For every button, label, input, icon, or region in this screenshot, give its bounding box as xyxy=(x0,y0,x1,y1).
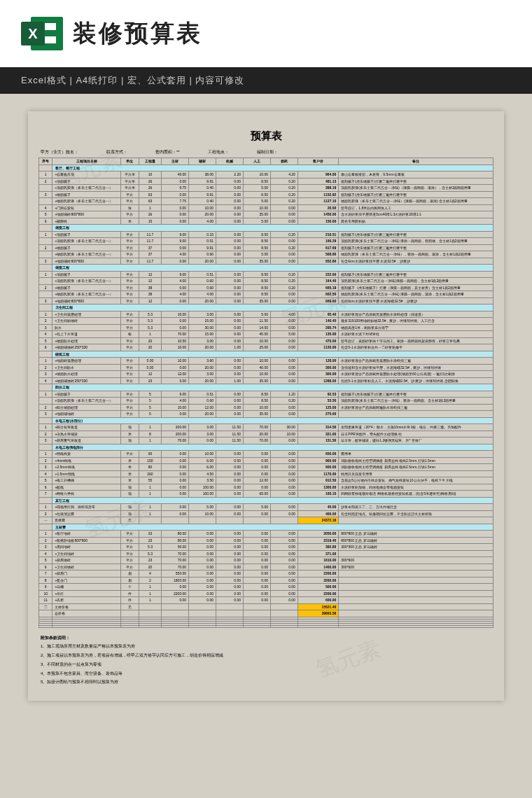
cell: 20.00 xyxy=(189,211,216,218)
cell: 398.19 xyxy=(298,185,338,192)
cell: 0.20 xyxy=(270,278,298,285)
cell: +顶面乳胶漆（多乐士第二代五合一） xyxy=(52,185,120,192)
cell: 275.00 xyxy=(298,411,338,418)
cell: 0.00 xyxy=(216,557,244,564)
cell: 0.00 xyxy=(216,411,244,418)
cell: 314.50 xyxy=(298,424,338,431)
cell: 0.00 xyxy=(244,564,271,570)
cell: 23 xyxy=(139,531,161,538)
cell: 0.40 xyxy=(189,198,216,205)
cell: 黑色专用胶粘贴 xyxy=(339,218,493,225)
cell: 块 xyxy=(120,204,139,211)
cell: 12.00 xyxy=(162,371,189,378)
cell: 0.60 xyxy=(189,398,216,405)
col-header: 机械 xyxy=(216,158,244,165)
cell: 平方 xyxy=(120,404,139,411)
cell: 20.00 xyxy=(189,411,216,418)
cell: 8.50 xyxy=(244,271,271,278)
cell: 0.00 xyxy=(216,185,244,192)
cell: 水泥砂浆混合产品涂刷无基层防水涂料处理（找坡度） xyxy=(339,311,493,318)
cell: 0.00 xyxy=(244,584,271,591)
cell: 0.20 xyxy=(270,271,298,278)
cell: 2 xyxy=(39,364,52,371)
cell: 0.00 xyxy=(216,398,244,405)
cell: 储室工程 xyxy=(52,225,493,232)
cell: 35.00 xyxy=(244,411,271,418)
cell: 164.40 xyxy=(298,278,338,285)
cell: +墙面腻子 xyxy=(52,244,120,251)
budget-table: 序号工程项目名称单位工程量主材辅材机械人工损耗客户价备注 客厅、餐厅工程1+石膏… xyxy=(38,158,493,628)
cell: 5 xyxy=(39,477,52,484)
cell: 0.00 xyxy=(216,271,244,278)
cell: +顶面腻子 xyxy=(52,231,120,238)
cell: 1 xyxy=(139,331,161,338)
cell: 0.00 xyxy=(270,337,298,344)
excel-icon: X xyxy=(21,13,63,55)
cell: 平方 xyxy=(120,191,139,198)
cell: 10.00 xyxy=(244,172,271,178)
cell: 0.51 xyxy=(189,391,216,398)
cell: 8.50 xyxy=(244,398,271,405)
cell: 125.00 xyxy=(298,404,338,411)
cell: 0.00 xyxy=(189,570,216,578)
cell: 500.00 xyxy=(298,584,338,591)
cell: +墙面乳胶漆（多乐士第二代五合一） xyxy=(52,198,120,205)
cell: 沙浆本部泥工二、三、五出外墙已含 xyxy=(339,504,493,511)
col-header: 人工 xyxy=(244,158,271,165)
doc-title: 预算表 xyxy=(38,125,493,147)
cell: 0.00 xyxy=(270,531,298,538)
cell: 5 xyxy=(39,211,52,218)
cell: 平方 xyxy=(120,531,139,538)
cell: +卫生间墙砖 xyxy=(52,564,120,570)
cell: 3200.00 xyxy=(298,577,338,584)
cell: 0.00 xyxy=(244,537,271,544)
cell: 0.15 xyxy=(189,231,216,238)
cell: 1.20 xyxy=(270,391,298,398)
cell: 800*800 正品 罗马磁砖 xyxy=(339,531,493,538)
cell: 70.00 xyxy=(162,331,189,338)
cell xyxy=(270,610,298,617)
cell: 260 xyxy=(139,470,161,477)
cell: 0.00 xyxy=(216,291,244,298)
cell: 0.00 xyxy=(216,544,244,551)
cell: 0.00 xyxy=(244,464,271,471)
cell xyxy=(244,625,271,627)
cell: 12.00 xyxy=(244,477,271,484)
cell: 0.40 xyxy=(189,185,216,192)
cell: 160.29 xyxy=(298,238,338,245)
cell: 平方 xyxy=(120,564,139,570)
cell: 线用开关连座专用带 xyxy=(339,470,493,477)
cell xyxy=(39,265,52,272)
cell: 0.00 xyxy=(216,371,244,378)
cell: 0.00 xyxy=(216,298,244,304)
cell xyxy=(189,603,216,610)
cell: +4mm线电 xyxy=(52,457,120,464)
cell: 11.50 xyxy=(216,424,244,431)
cell: 400.00 xyxy=(298,510,338,517)
cell: 0.00 xyxy=(270,550,298,557)
cell: 964.00 xyxy=(298,172,338,178)
cell: 3 xyxy=(39,324,52,331)
cell: 0.00 xyxy=(216,218,244,225)
cell: 0.00 xyxy=(216,324,244,331)
cell: +客厅地砖 xyxy=(52,531,120,538)
cell: 151.50 xyxy=(298,438,338,444)
cell: 2 xyxy=(39,318,52,325)
cell: 0.00 xyxy=(270,238,298,245)
cell: 63 xyxy=(139,198,161,205)
cell: 平方米 xyxy=(120,172,139,178)
cell: 0.60 xyxy=(189,278,216,285)
cell: +马桶 xyxy=(52,584,120,591)
cell: 200.00 xyxy=(162,424,189,431)
cell: +卫生间贴墙砖 xyxy=(52,318,120,325)
cell: 0.00 xyxy=(244,557,271,564)
cell xyxy=(139,625,161,627)
cell: 9 xyxy=(39,584,52,591)
cell: +厨房门 xyxy=(52,570,120,578)
cell: 4.00 xyxy=(270,311,298,318)
feature-bar: Excel格式 | A4纸打印 | 宏、公式套用 | 内容可修改 xyxy=(0,67,532,94)
cell: 批刮腻子(虎乐墙腻子)打磨三遍并打磨平整 xyxy=(339,244,493,251)
cell: 8.50 xyxy=(244,191,271,198)
cell: 550.00 xyxy=(162,570,189,578)
cell: 600.00 xyxy=(298,597,338,604)
